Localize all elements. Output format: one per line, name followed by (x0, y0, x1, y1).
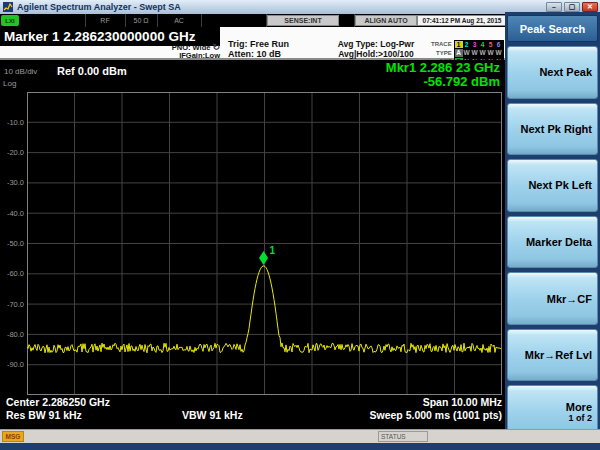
minimize-button[interactable]: – (546, 2, 562, 12)
softkey-next-pk-right[interactable]: Next Pk Right (507, 103, 598, 156)
marker-1-diamond[interactable] (259, 251, 268, 265)
impedance-indicator: 50 Ω (126, 14, 158, 27)
y-axis-label: -90.0 (0, 360, 24, 369)
status-blank (339, 14, 355, 27)
rf-indicator: RF (86, 14, 126, 27)
trace-table-row-label: TRACE (431, 40, 452, 49)
avg-hold-label: Avg|Hold:>100/100 (318, 50, 434, 60)
scale-per-div-label: 10 dB/div (4, 67, 37, 76)
softkey-mkr-cf[interactable]: Mkr→CF (507, 272, 598, 325)
softkey-marker-delta[interactable]: Marker Delta (507, 216, 598, 269)
type-cell: W (479, 49, 487, 57)
softkey-menu-title: Peak Search (507, 15, 598, 42)
trace-cell: 3 (471, 41, 479, 49)
app-icon (3, 2, 13, 12)
maximize-button[interactable]: ▢ (564, 2, 580, 12)
align-indicator: ALIGN AUTO (355, 15, 417, 26)
rbw-annotation: Res BW 91 kHz (6, 409, 82, 421)
marker-freq: Mkr1 2.286 23 GHz (386, 61, 500, 75)
span-annotation: Span 10.00 MHz (423, 396, 502, 408)
softkey-next-pk-left[interactable]: Next Pk Left (507, 159, 598, 212)
trigger-block: Trig: Free Run Atten: 10 dB (228, 40, 289, 59)
bottom-strip (0, 443, 600, 450)
ref-level-label: Ref 0.00 dBm (57, 65, 127, 77)
average-block: Avg Type: Log-Pwr Avg|Hold:>100/100 (318, 40, 434, 59)
y-axis-label: -80.0 (0, 330, 24, 339)
atten-label: Atten: 10 dB (228, 50, 289, 60)
status-blank (202, 14, 268, 27)
trace-cell: 2 (463, 41, 471, 49)
lxi-indicator: LXI (1, 15, 19, 26)
status-row: LXI RF 50 Ω AC SENSE:INT ALIGN AUTO 07:4… (0, 14, 507, 27)
measurement-display: Mkr1 2.286 23 GHz -56.792 dBm 10 dB/div … (0, 60, 507, 429)
type-cell: W (495, 49, 503, 57)
clock: 07:41:12 PM Aug 21, 2015 (417, 15, 507, 26)
active-marker-readout: Mkr1 2.286 23 GHz -56.792 dBm (386, 61, 500, 88)
y-axis-label: -10.0 (0, 118, 24, 127)
y-axis-label: -20.0 (0, 148, 24, 157)
trace-cell: 5 (487, 41, 495, 49)
sense-indicator: SENSE:INT (267, 15, 339, 26)
scale-type-label: Log (3, 79, 16, 88)
marker-1-label: 1 (270, 245, 276, 256)
sweep-annotation: Sweep 5.000 ms (1001 pts) (370, 409, 503, 421)
softkey-next-peak[interactable]: Next Peak (507, 46, 598, 99)
marker-level: -56.792 dBm (386, 75, 500, 89)
softkey-menu: Next PeakNext Pk RightNext Pk LeftMarker… (507, 46, 598, 438)
type-cell: W (463, 49, 471, 57)
y-axis-label: -30.0 (0, 178, 24, 187)
msg-badge[interactable]: MSG (2, 431, 24, 442)
status-blank (20, 14, 86, 27)
spectrum-analyzer-window: Agilent Spectrum Analyzer - Swept SA –▢✕… (0, 0, 600, 450)
type-cell: W (471, 49, 479, 57)
trace-cell: 6 (495, 41, 503, 49)
type-cell: A (455, 49, 463, 57)
ifgain-label: IFGain:Low (118, 52, 220, 60)
coupling-indicator: AC (158, 14, 202, 27)
window-controls: –▢✕ (546, 2, 598, 12)
y-axis-label: -70.0 (0, 300, 24, 309)
pno-block: PNO: Wide ↻ IFGain:Low (118, 44, 220, 59)
trace-table-row-label: TYPE (431, 49, 452, 58)
y-axis-label: -60.0 (0, 269, 24, 278)
trace-plot: 1 (27, 92, 502, 395)
softkey-mkr-ref-lvl[interactable]: Mkr→Ref Lvl (507, 329, 598, 382)
bottom-status-bar: MSG STATUS (0, 429, 600, 443)
center-freq-annotation: Center 2.286250 GHz (6, 396, 110, 408)
window-title: Agilent Spectrum Analyzer - Swept SA (17, 2, 181, 12)
y-axis-label: -50.0 (0, 239, 24, 248)
close-button[interactable]: ✕ (582, 2, 598, 12)
settings-band: Marker 1 2.286230000000 GHz PNO: Wide ↻ … (0, 27, 507, 60)
type-cell: W (487, 49, 495, 57)
status-field: STATUS (378, 431, 428, 442)
vbw-annotation: VBW 91 kHz (182, 409, 243, 421)
softkey-panel: Peak Search Next PeakNext Pk RightNext P… (505, 12, 600, 443)
trace-cell: 4 (479, 41, 487, 49)
y-axis-label: -40.0 (0, 209, 24, 218)
trace-cell: 1 (455, 41, 463, 49)
